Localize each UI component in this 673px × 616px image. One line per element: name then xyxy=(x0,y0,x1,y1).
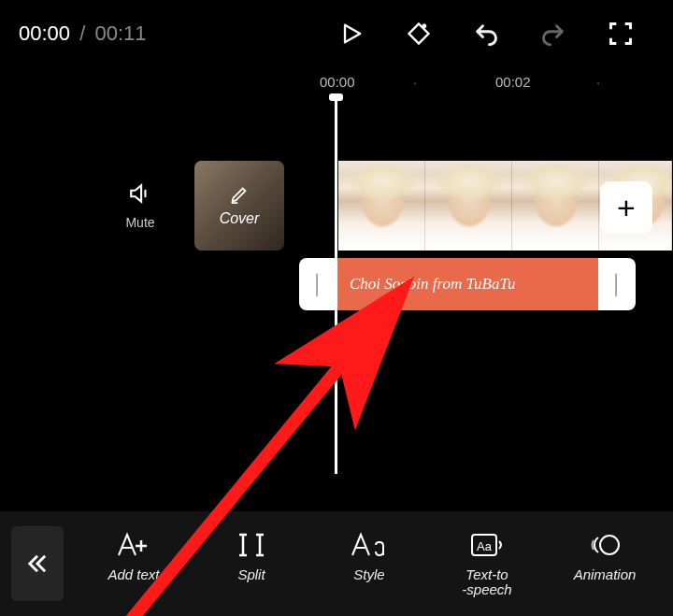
fullscreen-button[interactable] xyxy=(593,10,649,57)
cover-button[interactable]: Cover xyxy=(194,161,284,251)
text-clip-body[interactable]: Choi Soobin from TuBaTu xyxy=(336,258,598,310)
split-button[interactable]: Split xyxy=(205,530,298,598)
svg-point-3 xyxy=(600,536,619,554)
back-button[interactable] xyxy=(11,526,64,601)
style-button[interactable]: Style xyxy=(322,530,416,598)
clip-frame xyxy=(338,161,425,251)
add-text-icon xyxy=(115,530,152,560)
timeline-ruler[interactable]: 00:00 · 00:02 · xyxy=(0,67,673,95)
tool-label: Animation xyxy=(574,567,637,583)
svg-text:Aa: Aa xyxy=(477,539,493,553)
chevrons-left-icon xyxy=(24,551,50,577)
animation-button[interactable]: Animation xyxy=(558,530,652,598)
add-text-button[interactable]: Add text xyxy=(87,530,180,598)
style-icon xyxy=(350,530,389,560)
tts-icon: Aa xyxy=(468,530,506,560)
keyframe-add-icon xyxy=(406,21,432,47)
play-icon xyxy=(338,21,365,47)
add-clip-button[interactable]: + xyxy=(600,181,652,234)
ruler-dot: · xyxy=(596,74,600,90)
split-icon xyxy=(236,530,267,560)
redo-button[interactable] xyxy=(525,10,581,57)
pencil-icon xyxy=(229,184,250,205)
top-bar: 00:00 / 00:11 xyxy=(0,0,673,67)
clip-frame xyxy=(512,161,599,251)
animation-icon xyxy=(586,530,623,560)
time-divider: / xyxy=(79,21,85,45)
redo-icon xyxy=(540,21,566,47)
clip-frame xyxy=(425,161,512,251)
play-button[interactable] xyxy=(323,10,379,57)
tool-label: Text-to -speech xyxy=(462,567,511,598)
plus-icon: + xyxy=(617,190,636,226)
undo-button[interactable] xyxy=(458,10,514,57)
time-display: 00:00 / 00:11 xyxy=(19,21,147,46)
clip-handle-right[interactable]: │ xyxy=(598,258,636,310)
mute-button[interactable]: Mute xyxy=(112,181,168,230)
tool-label: Style xyxy=(353,567,384,583)
bottom-toolbar: Add text Split Style xyxy=(0,511,673,616)
text-to-speech-button[interactable]: Aa Text-to -speech xyxy=(440,530,534,598)
cover-label: Cover xyxy=(220,210,260,227)
ruler-dot: · xyxy=(413,74,417,90)
playhead[interactable] xyxy=(335,95,337,474)
undo-icon xyxy=(473,21,499,47)
clip-handle-left[interactable]: │ xyxy=(299,258,336,310)
time-current: 00:00 xyxy=(19,21,70,45)
video-track-header: Mute Cover xyxy=(112,161,284,251)
speaker-icon xyxy=(126,181,154,206)
add-keyframe-button[interactable] xyxy=(391,10,447,57)
tool-row: Add text Split Style xyxy=(75,530,673,598)
time-total: 00:11 xyxy=(94,21,146,45)
text-clip[interactable]: │ Choi Soobin from TuBaTu │ xyxy=(299,258,636,310)
text-clip-content: Choi Soobin from TuBaTu xyxy=(350,275,515,294)
tool-label: Split xyxy=(237,567,265,583)
timeline-area[interactable]: Mute Cover + │ Choi Soobin from TuBaTu │ xyxy=(0,95,673,511)
tool-label: Add text xyxy=(107,567,159,583)
fullscreen-icon xyxy=(608,21,634,47)
mute-label: Mute xyxy=(125,215,154,230)
ruler-tick: 00:00 xyxy=(320,74,355,90)
ruler-tick: 00:02 xyxy=(495,74,531,90)
